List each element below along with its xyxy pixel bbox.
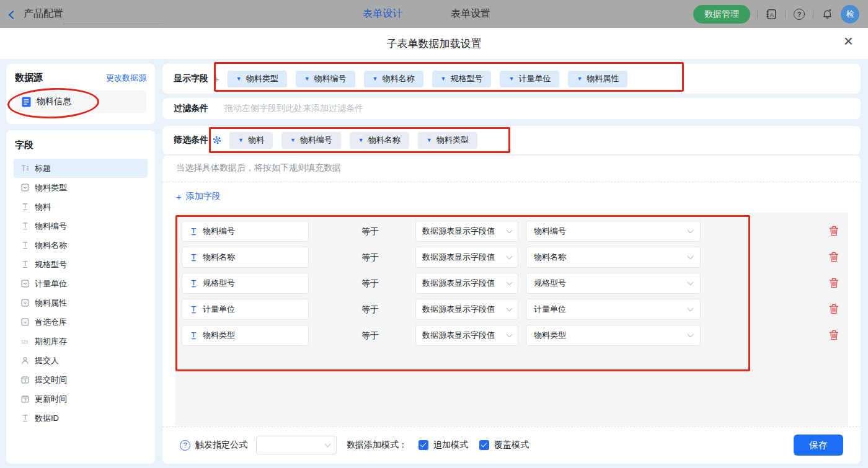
chevron-down-icon	[688, 305, 694, 311]
filter-card: 过滤条件 拖动左侧字段到此处来添加过滤条件	[162, 98, 861, 119]
rule-value-select[interactable]: 物料编号	[526, 221, 701, 242]
rule-source-select[interactable]: 数据源表显示字段值	[415, 247, 518, 268]
chevron-down-icon	[325, 441, 331, 447]
gear-icon[interactable]	[213, 136, 221, 144]
field-item-7[interactable]: 物料属性	[14, 293, 148, 312]
help-icon[interactable]: ?	[792, 7, 806, 21]
datasource-title: 数据源	[15, 72, 43, 84]
field-tag[interactable]: ▼ 物料类型	[228, 71, 287, 87]
add-display-field-button[interactable]: +	[214, 74, 219, 84]
field-item-2[interactable]: 物料	[14, 197, 148, 216]
field-tag[interactable]: ▼ 物料编号	[296, 71, 355, 87]
tag-label: 规格型号	[450, 73, 482, 84]
delete-row-icon[interactable]	[829, 252, 839, 263]
formula-select[interactable]	[256, 436, 337, 454]
rule-source-value: 数据源表显示字段值	[422, 278, 495, 289]
rule-value: 物料类型	[534, 330, 566, 341]
field-tag[interactable]: ▼ 规格型号	[432, 71, 492, 87]
field-tag[interactable]: ▼ 物料属性	[568, 71, 627, 87]
plus-icon: +	[176, 192, 182, 202]
rule-value-select[interactable]: 物料类型	[526, 325, 701, 346]
tag-label: 物料名称	[383, 73, 415, 84]
append-mode-checkbox[interactable]	[418, 440, 428, 450]
notification-bell-icon[interactable]	[820, 7, 834, 21]
rule-source-select[interactable]: 数据源表显示字段值	[415, 221, 518, 242]
date-icon	[20, 395, 29, 404]
field-tag[interactable]: ▼ 物料类型	[418, 132, 477, 149]
text-icon	[20, 260, 29, 269]
rule-value-select[interactable]: 计量单位	[526, 299, 701, 320]
svg-text:A: A	[770, 11, 774, 17]
rule-target-field[interactable]: 物料编号	[182, 221, 309, 242]
delete-row-icon[interactable]	[829, 226, 839, 237]
rule-source-select[interactable]: 数据源表显示字段值	[415, 273, 518, 294]
close-icon[interactable]: ×	[844, 33, 853, 49]
modal-footer: ? 触发指定公式 数据添加模式： 追加模式 覆盖模式 保存	[162, 426, 861, 464]
overwrite-mode-checkbox[interactable]	[479, 440, 489, 450]
rule-field-label: 物料编号	[203, 226, 235, 237]
user-avatar[interactable]: 检	[841, 5, 859, 24]
rule-target-field[interactable]: 物料名称	[182, 247, 309, 268]
save-button[interactable]: 保存	[794, 435, 843, 456]
tag-label: 物料编号	[314, 73, 347, 84]
field-item-5[interactable]: 规格型号	[14, 255, 148, 274]
field-item-8[interactable]: 首选仓库	[14, 312, 148, 332]
screen-filter-card: 筛选条件 ▼ 物料 ▼ 物料编号 ▼ 物料名称 ▼ 物料类型	[162, 126, 861, 154]
rules-hint: 当选择具体数据后，将按如下规则填充数据	[176, 162, 341, 174]
field-item-10[interactable]: 提交人	[14, 351, 148, 370]
field-item-12[interactable]: 更新时间	[14, 389, 148, 408]
equals-operator: 等于	[361, 273, 379, 294]
tab-form-settings[interactable]: 表单设置	[451, 7, 490, 20]
rule-value: 物料名称	[534, 252, 566, 263]
field-label: 物料编号	[35, 221, 67, 232]
triangle-down-icon: ▼	[290, 138, 296, 143]
tag-label: 物料编号	[300, 135, 332, 146]
field-item-0[interactable]: 标题	[14, 159, 148, 178]
formula-help-icon[interactable]: ?	[180, 440, 190, 451]
field-tag[interactable]: ▼ 物料名称	[364, 71, 423, 87]
text-icon	[20, 222, 29, 231]
rule-value-select[interactable]: 规格型号	[526, 273, 701, 294]
data-manage-button[interactable]: 数据管理	[693, 5, 750, 24]
field-tag[interactable]: ▼ 物料	[229, 132, 273, 149]
rule-value-select[interactable]: 物料名称	[526, 247, 701, 268]
chevron-down-icon	[507, 305, 513, 311]
dashed-divider	[162, 182, 861, 182]
text-field-icon	[189, 253, 198, 262]
datasource-item-label: 物料信息	[37, 96, 71, 107]
back-button[interactable]: 产品配置	[10, 7, 63, 20]
form-doc-icon	[22, 97, 31, 107]
chevron-down-icon	[507, 331, 513, 337]
rule-target-field[interactable]: 计量单位	[182, 299, 309, 320]
field-tag[interactable]: ▼ 物料编号	[281, 132, 341, 149]
rule-source-select[interactable]: 数据源表显示字段值	[415, 299, 518, 320]
field-item-3[interactable]: 物料编号	[14, 216, 148, 236]
fields-card: 字段 标题 物料类型 物料 物料编号 物料名称 规格型号 计量单位 物料属性 首…	[6, 130, 155, 464]
field-label: 物料类型	[35, 182, 67, 193]
rule-target-field[interactable]: 规格型号	[182, 273, 309, 294]
field-item-13[interactable]: 数据ID	[14, 408, 148, 428]
equals-operator: 等于	[361, 325, 379, 346]
field-label: 物料名称	[35, 240, 67, 251]
change-datasource-link[interactable]: 更改数据源	[106, 73, 146, 84]
datasource-item[interactable]: 物料信息	[15, 91, 146, 113]
field-tag[interactable]: ▼ 计量单位	[500, 71, 559, 87]
delete-row-icon[interactable]	[829, 278, 839, 289]
field-item-6[interactable]: 计量单位	[14, 274, 148, 293]
contacts-icon[interactable]: A	[764, 7, 778, 21]
field-item-4[interactable]: 物料名称	[14, 236, 148, 255]
filter-dropzone[interactable]: 拖动左侧字段到此处来添加过滤条件	[224, 103, 363, 114]
delete-row-icon[interactable]	[829, 304, 839, 315]
field-item-9[interactable]: 123 期初库存	[14, 332, 148, 351]
tab-form-design[interactable]: 表单设计	[363, 7, 402, 20]
chevron-down-icon	[688, 253, 694, 259]
field-item-11[interactable]: 提交时间	[14, 370, 148, 389]
field-tag[interactable]: ▼ 物料名称	[350, 132, 409, 149]
field-label: 数据ID	[35, 413, 59, 424]
field-item-1[interactable]: 物料类型	[14, 178, 148, 197]
add-field-button[interactable]: + 添加字段	[176, 191, 221, 202]
rule-source-select[interactable]: 数据源表显示字段值	[415, 325, 518, 346]
delete-row-icon[interactable]	[829, 330, 839, 341]
rule-target-field[interactable]: 物料类型	[182, 325, 309, 346]
chevron-left-icon	[9, 10, 17, 19]
